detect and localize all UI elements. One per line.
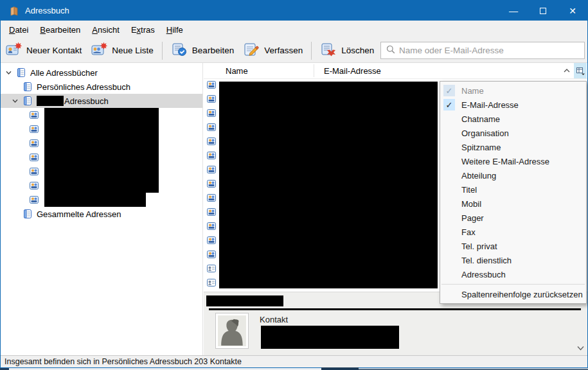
check-icon [443,155,455,167]
menu-separator [441,284,585,285]
sidebar-item-all-address-books[interactable]: Alle Adressbücher [1,66,202,80]
sidebar-item-list[interactable] [1,150,202,164]
column-menu-item-abteilung[interactable]: Abteilung [440,168,586,182]
check-icon [443,113,455,125]
mailing-list-icon [206,150,217,163]
scroll-down-icon[interactable] [577,346,584,351]
edit-button[interactable]: Bearbeiten [171,41,234,60]
column-menu-item-tel-privat[interactable]: Tel. privat [440,239,586,253]
menu-item-label: E-Mail-Adresse [461,100,519,110]
redacted-text [44,150,159,164]
column-menu-item-titel[interactable]: Titel [440,182,586,197]
menu-hilfe[interactable]: Hilfe [161,22,189,38]
search-icon [386,45,395,57]
delete-label: Löschen [341,46,374,55]
column-menu-item-name: Name [440,84,586,98]
compose-button[interactable]: Verfassen [243,41,303,60]
mailing-list-icon [206,108,217,121]
column-menu-item-pager[interactable]: Pager [440,211,586,225]
sidebar-item-list[interactable] [1,164,202,179]
column-menu-item-tel-dienstlich[interactable]: Tel. dienstlich [440,253,586,267]
column-header-email[interactable]: E-Mail-Adresse [324,66,381,76]
check-icon [443,141,455,153]
menu-item-label: Pager [461,213,484,223]
mailing-list-icon [206,94,217,107]
sidebar-item-list[interactable] [1,108,202,122]
delete-button[interactable]: Löschen [320,41,374,60]
sidebar-item-label: Persönliches Adressbuch [37,82,130,92]
sidebar-item-personal-address-book[interactable]: Persönliches Adressbuch [1,80,202,94]
mailing-list-icon [29,195,39,205]
menu-item-label: Name [461,86,484,96]
column-menu-item-email[interactable]: E-Mail-Adresse [440,98,586,112]
check-icon [443,226,455,238]
redacted-contact-details [261,326,399,349]
new-list-label: Neue Liste [112,46,154,55]
compose-icon [243,41,260,60]
table-header: Name E-Mail-Adresse [204,63,587,79]
column-menu-item-adressbuch[interactable]: Adressbuch [440,267,586,281]
menu-datei[interactable]: Datei [3,22,34,38]
redacted-text [44,108,159,122]
column-menu-item-fax[interactable]: Fax [440,225,586,239]
chevron-down-icon[interactable] [6,70,12,75]
sidebar-item-list[interactable] [1,179,202,193]
column-header-name[interactable]: Name [226,66,248,76]
contact-list-pane: Name E-Mail-Adresse [204,63,587,292]
new-contact-icon [5,41,22,60]
search-box [380,42,585,59]
contact-card-icon [206,263,217,276]
sidebar-item-selected-address-book[interactable]: Adressbuch [1,94,202,108]
background-window-edge [321,367,359,370]
sidebar-item-label: Gesammelte Adressen [37,209,121,219]
address-books-sidebar: Alle Adressbücher Persönliches Adressbuc… [1,63,203,355]
new-list-icon [91,41,107,60]
mailing-list-icon [206,80,217,92]
check-icon [443,198,455,209]
column-menu-item-chatname[interactable]: Chatname [440,112,586,126]
new-list-button[interactable]: Neue Liste [91,41,154,60]
sidebar-item-list[interactable] [1,122,202,136]
menu-ansicht[interactable]: Ansicht [86,22,125,38]
mailing-list-icon [29,166,39,177]
search-input[interactable] [399,46,579,55]
check-icon [443,269,455,280]
redacted-text [44,136,159,150]
column-menu-item-organisation[interactable]: Organisation [440,126,586,140]
window-controls: — ✕ [499,1,587,21]
sidebar-item-collected-addresses[interactable]: Gesammelte Adressen [1,207,202,221]
compose-label: Verfassen [264,46,303,55]
sidebar-item-list[interactable] [1,136,202,150]
chevron-down-icon[interactable] [12,98,19,103]
menu-item-label: Organisation [461,128,509,138]
menu-item-label: Tel. privat [461,242,497,251]
column-picker-button[interactable] [574,63,587,78]
menu-item-label: Chatname [461,114,500,124]
mailing-list-icon [206,136,217,149]
new-contact-button[interactable]: Neuer Kontakt [5,41,82,60]
column-menu-item-reset-order[interactable]: Spaltenreihenfolge zurücksetzen [440,287,586,301]
check-icon [443,127,455,139]
redacted-contact-name [206,295,283,306]
menu-item-label: Mobil [461,199,481,209]
menu-extras[interactable]: Extras [125,22,161,38]
mailing-list-icon [206,235,217,248]
minimize-button[interactable]: — [499,1,528,21]
contact-photo [215,313,249,349]
column-menu-item-weitere-email[interactable]: Weitere E-Mail-Adresse [440,154,586,168]
person-silhouette-icon [218,315,246,346]
menu-item-label: Tel. dienstlich [461,256,512,265]
mailing-list-icon [29,110,39,120]
column-menu-item-spitzname[interactable]: Spitzname [440,140,586,154]
sidebar-item-label: Alle Adressbücher [30,68,98,78]
column-divider[interactable] [314,64,314,77]
maximize-button[interactable] [528,1,558,21]
toolbar: Neuer Kontakt Neue Liste Bearbeiten Verf… [1,39,587,63]
mailing-list-icon [206,207,217,220]
close-button[interactable]: ✕ [558,1,587,21]
column-menu-item-mobil[interactable]: Mobil [440,197,586,211]
menu-bearbeiten[interactable]: Bearbeiten [34,22,86,38]
mailing-list-icon [29,124,39,134]
redacted-text [44,193,146,207]
sidebar-item-list[interactable] [1,193,202,207]
